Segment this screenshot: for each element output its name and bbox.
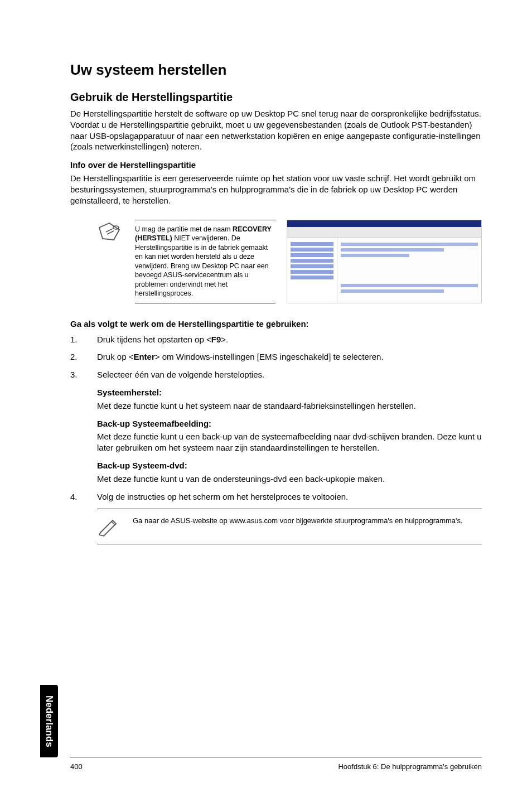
list-body: Volg de instructies op het scherm om het…	[97, 491, 482, 503]
list-number: 2.	[70, 351, 97, 363]
list-body: Selecteer één van de volgende herstelopt…	[97, 369, 482, 380]
page-number: 400	[70, 762, 83, 771]
section-para-2: De Herstellingspartitie is een gereserve…	[70, 173, 482, 206]
ordered-list-cont: 4. Volg de instructies op het scherm om …	[70, 491, 482, 503]
list-body: Druk tijdens het opstarten op <F9>.	[97, 334, 482, 345]
warning-post: NIET verwijderen. De Herstellingspartiti…	[135, 234, 269, 297]
steps-heading: Ga als volgt te werk om de Herstellingsp…	[70, 319, 482, 328]
option-para-1: Met deze functie kunt u het systeem naar…	[97, 400, 482, 412]
list-item: 3. Selecteer één van de volgende herstel…	[70, 369, 482, 380]
step2-post: > om Windows-instellingen [EMS ingeschak…	[155, 352, 384, 361]
page-title: Uw systeem herstellen	[70, 61, 482, 79]
step1-pre: Druk tijdens het opstarten op <	[97, 335, 211, 344]
warning-note: U mag de partitie met de naam RECOVERY (…	[97, 215, 482, 308]
hand-icon	[97, 220, 124, 244]
option-block: Back-up Systeemafbeelding: Met deze func…	[97, 418, 482, 453]
list-number: 1.	[70, 334, 97, 345]
option-heading-2: Back-up Systeemafbeelding:	[97, 418, 482, 429]
section-para-1: De Herstellingspartitie herstelt de soft…	[70, 108, 482, 152]
info-note-text: Ga naar de ASUS-website op www.asus.com …	[133, 516, 463, 525]
section-heading-2: Info over de Herstellingspartitie	[70, 160, 482, 170]
info-note: Ga naar de ASUS-website op www.asus.com …	[97, 509, 482, 544]
list-item: 4. Volg de instructies op het scherm om …	[70, 491, 482, 503]
option-para-3: Met deze functie kunt u van de ondersteu…	[97, 474, 482, 485]
option-heading-3: Back-up Systeem-dvd:	[97, 460, 482, 471]
option-heading-1: Systeemherstel:	[97, 387, 482, 398]
section-heading-1: Gebruik de Herstellingspartitie	[70, 91, 482, 104]
pen-icon	[97, 516, 120, 537]
step1-key: F9	[211, 335, 221, 344]
list-item: 2. Druk op <Enter> om Windows-instelling…	[70, 351, 482, 363]
option-block: Back-up Systeem-dvd: Met deze functie ku…	[97, 460, 482, 485]
step1-post: >.	[221, 335, 228, 344]
step2-pre: Druk op <	[97, 352, 133, 361]
warning-text: U mag de partitie met de naam RECOVERY (…	[135, 220, 275, 303]
ordered-list: 1. Druk tijdens het opstarten op <F9>. 2…	[70, 334, 482, 380]
step2-key: Enter	[133, 352, 154, 361]
page: Uw systeem herstellen Gebruik de Herstel…	[0, 0, 532, 802]
list-number: 4.	[70, 491, 97, 503]
page-footer: 400 Hoofdstuk 6: De hulpprogramma's gebr…	[70, 757, 482, 771]
option-block: Systeemherstel: Met deze functie kunt u …	[97, 387, 482, 412]
warning-pre: U mag de partitie met de naam	[135, 225, 233, 233]
option-para-2: Met deze functie kunt u een back-up van …	[97, 431, 482, 453]
language-tab: Nederlands	[40, 685, 58, 757]
list-number: 3.	[70, 369, 97, 380]
chapter-label: Hoofdstuk 6: De hulpprogramma's gebruike…	[338, 762, 482, 771]
screenshot-thumbnail	[287, 220, 482, 303]
list-body: Druk op <Enter> om Windows-instellingen …	[97, 351, 482, 363]
list-item: 1. Druk tijdens het opstarten op <F9>.	[70, 334, 482, 345]
